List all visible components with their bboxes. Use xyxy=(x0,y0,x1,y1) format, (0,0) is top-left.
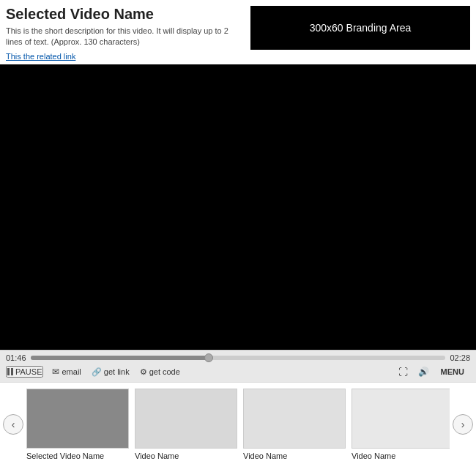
volume-icon xyxy=(418,367,429,377)
video-description: This is the short description for this v… xyxy=(6,26,243,48)
carousel-section: ‹ Selected Video NameVideo NameVideo Nam… xyxy=(0,382,476,461)
video-info: Selected Video Name This is the short de… xyxy=(6,6,243,61)
link-icon xyxy=(92,367,102,377)
video-player[interactable] xyxy=(0,64,476,350)
carousel-thumbnail xyxy=(352,389,450,449)
pause-button[interactable]: PAUSE xyxy=(6,366,43,378)
email-button[interactable]: email xyxy=(48,365,85,378)
pause-icon xyxy=(7,368,13,375)
email-icon xyxy=(52,367,59,377)
code-icon xyxy=(140,367,147,377)
progress-row: 01:46 02:28 xyxy=(6,353,470,362)
carousel-right-arrow[interactable]: › xyxy=(453,414,473,435)
pause-label: PAUSE xyxy=(15,367,42,376)
buttons-row: PAUSE email get link get code MENU xyxy=(6,365,470,379)
branding-area: 300x60 Branding Area xyxy=(250,6,470,50)
get-link-label: get link xyxy=(104,367,130,376)
carousel-item-label: Selected Video Name xyxy=(26,451,104,460)
carousel-thumbnail xyxy=(26,389,129,449)
carousel-item[interactable]: Video Name xyxy=(243,389,346,460)
progress-bar[interactable] xyxy=(31,356,446,360)
related-link[interactable]: This the related link xyxy=(6,52,75,61)
total-time: 02:28 xyxy=(450,353,470,362)
carousel-thumbnail xyxy=(243,389,346,449)
progress-fill xyxy=(31,356,209,360)
fullscreen-button[interactable] xyxy=(394,365,412,379)
get-code-label: get code xyxy=(149,367,180,376)
carousel-thumbnail xyxy=(135,389,237,449)
carousel-item-label: Video Name xyxy=(352,451,395,460)
branding-text: 300x60 Branding Area xyxy=(310,22,412,34)
current-time: 01:46 xyxy=(6,353,26,362)
carousel-item[interactable]: Video Name xyxy=(135,389,237,460)
menu-button[interactable]: MENU xyxy=(435,366,470,378)
progress-thumb xyxy=(204,353,213,362)
get-link-button[interactable]: get link xyxy=(87,366,134,378)
video-title: Selected Video Name xyxy=(6,6,243,23)
carousel-item-label: Video Name xyxy=(135,451,179,460)
controls-bar: 01:46 02:28 PAUSE email get link get cod… xyxy=(0,350,476,382)
top-section: Selected Video Name This is the short de… xyxy=(0,0,476,64)
pause-bar-left xyxy=(7,368,10,375)
pause-bar-right xyxy=(11,368,13,375)
volume-button[interactable] xyxy=(414,365,434,378)
carousel-items: Selected Video NameVideo NameVideo NameV… xyxy=(26,389,450,460)
email-label: email xyxy=(62,367,81,376)
fullscreen-icon xyxy=(398,367,408,378)
carousel-item[interactable]: Selected Video Name xyxy=(26,389,129,460)
get-code-button[interactable]: get code xyxy=(135,366,185,378)
carousel-item[interactable]: Video Name xyxy=(352,389,450,460)
carousel-left-arrow[interactable]: ‹ xyxy=(3,414,23,435)
carousel-item-label: Video Name xyxy=(243,451,287,460)
